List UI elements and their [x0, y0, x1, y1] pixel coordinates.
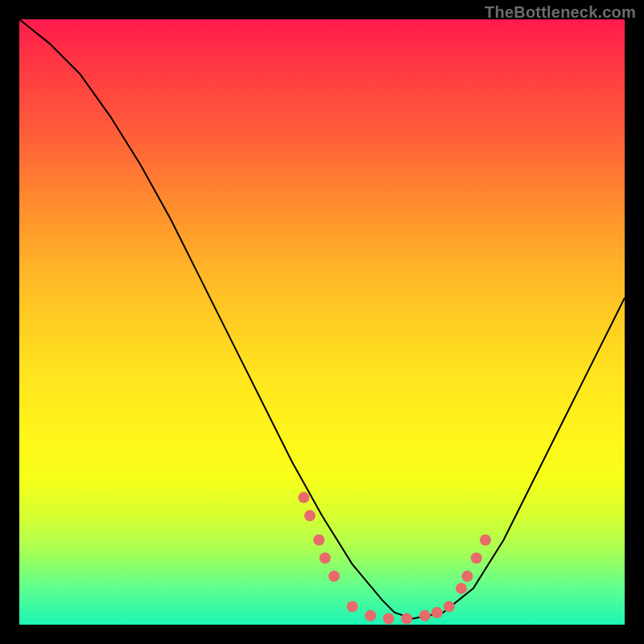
- heat-gradient-background: [19, 19, 625, 625]
- watermark-label: TheBottleneck.com: [485, 3, 636, 22]
- chart-stage: TheBottleneck.com: [0, 0, 644, 644]
